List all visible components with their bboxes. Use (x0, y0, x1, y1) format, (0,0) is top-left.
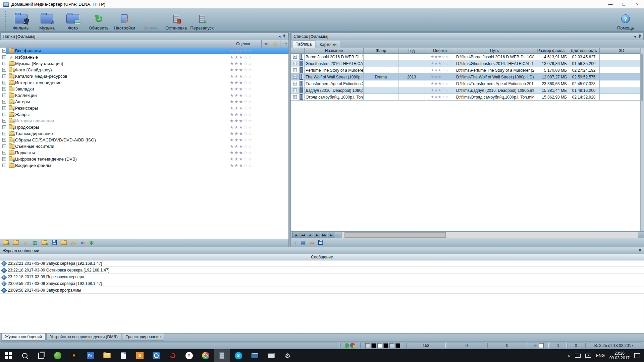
new-folder-button[interactable]: + (13, 240, 19, 245)
tree-item[interactable]: +◎Каталоги медиа-ресурсов★★★☆☆ (0, 73, 288, 79)
taskbar-task-view[interactable] (33, 349, 49, 362)
edit-button[interactable]: ✎ (3, 240, 9, 245)
pager-button-5[interactable]: ▶| (328, 232, 334, 238)
expander-icon[interactable]: + (2, 119, 6, 123)
users-header-button[interactable]: ☻☻ (261, 40, 271, 48)
log-row[interactable]: i23:22:18 2017-03-09 Остановка сервера [… (0, 267, 644, 274)
collapse-left-icon[interactable]: ◄ (278, 35, 281, 38)
toolbar-button-music-folder[interactable]: ♫Музыка (36, 10, 58, 31)
taskbar-shareman[interactable]: S (131, 349, 148, 362)
table-row[interactable]: +Отряд самоубийц. 1080p.i. Ton.mk★★★☆☆D:… (291, 94, 644, 101)
grid-view-button[interactable]: ▦ (301, 240, 306, 245)
sort-columns-button[interactable]: ↕ (294, 240, 297, 245)
expander-icon[interactable]: + (2, 138, 6, 142)
network-icon[interactable] (575, 354, 581, 358)
taskbar-file-explorer[interactable] (99, 349, 115, 362)
toolbar-button-settings[interactable]: ⚙Настройки (113, 10, 136, 31)
taskbar-media-server[interactable]: ♪ (214, 349, 230, 362)
expander-icon[interactable]: + (2, 106, 6, 110)
column-header-6[interactable]: Размер файла (534, 48, 568, 54)
rating-column-header[interactable]: Оценка (227, 40, 259, 48)
expander-icon[interactable]: + (293, 75, 297, 79)
taskbar-settings-gear[interactable]: ⚙ (279, 349, 296, 362)
tree-item[interactable]: +Коллекции★★★☆☆ (0, 92, 288, 99)
expander-icon[interactable]: + (2, 164, 6, 167)
expander-icon[interactable]: + (2, 55, 6, 59)
table-row[interactable]: +Ghostbusters.2016.THEATRiCAL.10★★★☆☆D:\… (291, 60, 644, 67)
taskbar-chrome[interactable] (197, 349, 214, 362)
toolbar-button-photo-folder[interactable]: Фото (62, 10, 84, 31)
tree-item[interactable]: +Фото (Слайд-шоу)★★★☆☆ (0, 67, 288, 73)
bottom-tab-Транскодирование[interactable]: Транскодирование (122, 334, 164, 341)
pager-button-2[interactable]: ◀ (307, 232, 313, 238)
tree-item[interactable]: +☻Режиссеры★★★☆☆ (0, 105, 288, 111)
minimize-button[interactable]: — (604, 0, 617, 8)
toolbar-button-films-folder[interactable]: Фильмы (10, 10, 32, 31)
scrollbar-thumb[interactable] (641, 54, 643, 101)
tree-item[interactable]: +☻Продюсеры★★★☆☆ (0, 124, 288, 130)
export-folder-button[interactable]: → (61, 240, 67, 245)
expander-icon[interactable]: + (293, 68, 297, 72)
maximize-button[interactable]: □ (617, 0, 631, 8)
scroll-right-icon[interactable]: › (639, 232, 644, 238)
tree-item[interactable]: +♫Подкасты★★★☆☆ (0, 149, 288, 156)
tree-item[interactable]: +☻Актеры★★★☆☆ (0, 99, 288, 105)
taskbar-green-app[interactable] (49, 349, 66, 362)
expander-icon[interactable]: + (293, 82, 297, 85)
tree-item[interactable]: +♪Музыка (Визуализация)★★★☆☆ (0, 60, 288, 67)
taskbar-skype[interactable]: S (230, 349, 247, 362)
language-indicator[interactable]: ENG (596, 353, 605, 358)
tree-item[interactable]: +→Закладки★★★☆☆ (0, 86, 288, 92)
pin-icon[interactable] (639, 249, 642, 252)
expander-icon[interactable]: + (2, 68, 6, 72)
taskbar-yandex-browser[interactable]: Y (181, 349, 197, 362)
column-header-5[interactable]: Путь (455, 48, 534, 54)
action-center-icon[interactable] (634, 353, 640, 358)
expander-icon[interactable]: + (2, 100, 6, 104)
log-row[interactable]: i23:22:18 2017-03-09 Перезапуск сервера (0, 274, 644, 280)
toolbar-button-restart[interactable]: ▶Перезапуск (191, 10, 213, 31)
expander-icon[interactable]: + (2, 81, 6, 84)
tab-Карточки[interactable]: Карточки (316, 41, 340, 48)
tree-item[interactable]: +▬Съемные носители★★★☆☆ (0, 143, 288, 149)
collapse-right-icon[interactable]: ◄ (633, 35, 636, 38)
save-button[interactable] (52, 240, 57, 246)
sort-header-button[interactable]: ↑≡ (280, 40, 289, 48)
pin-icon[interactable] (638, 35, 641, 38)
table-row[interactable]: +Transformers.Age.of.Extinction.20★★★☆☆D… (291, 80, 644, 87)
key-button[interactable] (71, 241, 76, 245)
tree-item[interactable]: +●Интернет телевидение★★★☆☆ (0, 79, 288, 86)
bottom-tab-Устройства воспроизведения (DMR)[interactable]: Устройства воспроизведения (DMR) (46, 334, 121, 341)
column-header-3[interactable]: Год (398, 48, 425, 54)
palm-button[interactable]: Ψ (90, 240, 94, 245)
weather-button[interactable]: ☼ (23, 240, 28, 246)
expander-icon[interactable]: + (293, 55, 297, 59)
mosaic-button[interactable]: ▦ (33, 240, 37, 245)
tree-item[interactable]: +⊙История навигации★★★☆☆ (0, 118, 288, 124)
expander-icon[interactable]: + (2, 151, 6, 155)
close-button[interactable]: × (631, 0, 644, 8)
vertical-scrollbar[interactable] (640, 48, 644, 232)
tree-item[interactable]: +↓Входящие файлы★★★☆☆ (0, 162, 288, 169)
message-column-header[interactable]: Сообщение (0, 254, 644, 260)
expander-icon[interactable]: + (2, 49, 6, 53)
taskbar-search[interactable] (16, 349, 33, 362)
pager-button-0[interactable]: |◀ (292, 232, 299, 238)
scrollbar-thumb[interactable] (344, 232, 446, 238)
key-header-button[interactable] (271, 40, 280, 48)
log-row[interactable]: i23:09:59 2017-03-09 Запуск сервера [192… (0, 280, 644, 287)
log-row[interactable]: i23:09:58 2017-03-09 Запуск программы (0, 287, 644, 294)
refresh-folder-button[interactable]: ↻ (42, 240, 47, 245)
taskbar-timer-app[interactable] (148, 349, 164, 362)
expander-icon[interactable]: + (2, 125, 6, 129)
taskbar-monitor-blue[interactable] (247, 349, 263, 362)
taskbar-amp-player[interactable]: A (66, 349, 82, 362)
table-row[interactable]: +Borne.JasoN.2O16.D.WEB-DL.1O8★★★☆☆D:\fi… (291, 54, 644, 60)
column-header-4[interactable]: Оценка (425, 48, 455, 54)
tree-item[interactable]: +◎Образы CD/SACD/DVD/DVD-A/BD (ISO)★★★☆☆ (0, 137, 288, 143)
bottom-tab-Журнал сообщений[interactable]: Журнал сообщений (1, 334, 46, 341)
toolbar-button-start[interactable]: ▶Запуск (139, 10, 161, 31)
expander-icon[interactable]: + (2, 113, 6, 116)
taskbar-r-plus[interactable]: R+ (82, 349, 99, 362)
horizontal-scrollbar[interactable] (341, 232, 638, 238)
